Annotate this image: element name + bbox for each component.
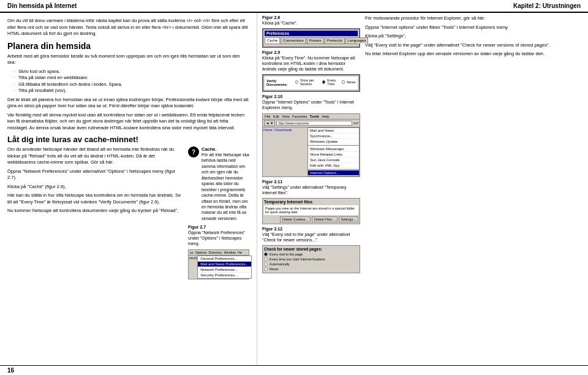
verify-label: Verify Documents: [266, 79, 293, 86]
ns-item-general: General Preferences... [198, 256, 251, 262]
section1-body1: Arbetet med att göra hemsidor består av … [7, 53, 249, 66]
ie-menu-help: Help [322, 115, 329, 118]
address-suffix: m? [353, 121, 358, 125]
check-option-2: Every time you start Internet Explorer [264, 257, 358, 261]
sidebar-text: För att inte Netscape ska behöva ladda n… [202, 152, 249, 221]
ie-menu-file: File [265, 115, 271, 118]
ns-item-security: Security Preferences... [198, 273, 251, 278]
tab-proxies[interactable]: Proxies [307, 37, 324, 44]
page-number: 16 [0, 365, 588, 375]
ie-address: http://www.macrome [276, 121, 352, 126]
ie-separator1 [308, 145, 359, 146]
radio-once [295, 80, 298, 84]
ns-item-mail: Mail and News Preferences... [198, 262, 251, 267]
radio-every [322, 80, 325, 84]
page-header: Din hemsida på Internet Kapitel 2: Utrus… [0, 0, 588, 13]
bullet-list: Skriv kod och spara. Titta på sidan med … [13, 69, 249, 94]
check-option-1: Every visit to the page [264, 252, 358, 256]
section2-body1: Om du använder Netscape händer det iblan… [7, 146, 184, 166]
option-every: Every Time [327, 78, 340, 86]
right-main: För motsvarande procedur för Internet Ex… [365, 15, 583, 363]
tab-connections[interactable]: Connections [281, 37, 306, 44]
ns-menubar: xs Options Directory Window He [189, 250, 249, 256]
fig212-container: Figur 2.12 Välj "Every visit to the page… [262, 227, 360, 273]
ie-mail-news: Mail and News [308, 128, 359, 134]
section2-body2: Öppna "Network Preferences" under altern… [7, 169, 184, 181]
ns-dropdown: General Preferences... Mail and News Pre… [197, 256, 251, 279]
ns-menu-directory: Directory [208, 251, 222, 254]
right-text-step3: Välj "Every visit to the page" under alt… [365, 42, 583, 49]
ns-item-network: Network Preferences... [198, 267, 251, 273]
ie-toolbar: ◄ ▼ http://www.macrome m? [263, 119, 360, 127]
opt-everyvisit: Every visit to the page [270, 252, 303, 256]
fig211-dialog: Temporary Internet files Pages you view … [262, 198, 360, 224]
ie-windows-update: Windows Update [308, 139, 359, 145]
right-column: Figur 2.8 Klicka på "Cache". Preferences… [257, 13, 588, 365]
ie-synchronize: Synchronize... [308, 134, 359, 139]
fig212-label: Figur 2.12 [262, 227, 360, 231]
tab-cache[interactable]: Cache [265, 37, 280, 44]
radio-everystart [264, 257, 268, 261]
section1-title: Planera din hemsida [7, 41, 249, 51]
ie-menu-view: View [282, 115, 290, 118]
fig28-label: Figur 2.8 [262, 15, 360, 20]
ns-menu-xs: xs [190, 251, 194, 254]
ie-menu-edit: Edit [273, 115, 279, 118]
ns-menu-window: Window [224, 251, 236, 254]
radio-auto [264, 262, 268, 266]
fig28-dialog: Preferences Cache Connections Proxies Pr… [262, 28, 360, 48]
pref-tabs: Cache Connections Proxies Protocols Lang… [265, 37, 358, 44]
intro-text: Om du vill bli ännu varmare i kläderna i… [7, 18, 249, 37]
ns-menu-options: Options [195, 251, 207, 254]
temp-body: Pages you view on the Internet are store… [264, 205, 358, 215]
right-text-intro: För motsvarande procedur för Internet Ex… [365, 15, 583, 22]
fig27-caption: Öppna "Network Preferences" under "Optio… [188, 230, 249, 246]
option-once: Once per Session [300, 78, 320, 86]
ie-menubar: File Edit View Favorites Tools Help [263, 114, 360, 119]
settings-btn[interactable]: Settings... [339, 216, 358, 222]
section2-body3: Klicka på "Cache" (figur 2.8). [7, 184, 184, 191]
fig27-window: xs Options Directory Window He om/d Gene… [188, 249, 249, 279]
left-column: Om du vill bli ännu varmare i kläderna i… [0, 13, 257, 365]
temp-title: Temporary Internet files [264, 200, 358, 204]
temp-buttons: Delete Cookies... Delete Files... Settin… [264, 216, 358, 222]
check-option-3: Automatically [264, 262, 358, 266]
section2-body5: Nu kommer Netscape att kontrollera dokum… [7, 208, 184, 214]
radio-everyvisit [264, 252, 268, 256]
ie-java: Sun Java Console [308, 157, 359, 163]
ie-messenger: Windows Messenger [308, 146, 359, 152]
radio-never [342, 80, 345, 84]
opt-everystart: Every time you start Internet Explorer [270, 257, 325, 261]
ie-options[interactable]: Internet Options... [308, 170, 359, 176]
fig29-container: Figur 2.9 Klicka på "Every Time". Nu kom… [262, 50, 360, 92]
back-button[interactable]: ◄ ▼ [264, 120, 275, 126]
bullet-item-1: Skriv kod och spara. [13, 69, 249, 75]
section2-body4: Här kan du ställa in hur ofta Netscape s… [7, 192, 184, 205]
content-area: Om du vill bli ännu varmare i kläderna i… [0, 13, 588, 365]
section2-title: Låt dig inte luras av cache-minnet! [7, 135, 249, 144]
tab-protocols[interactable]: Protocols [325, 37, 345, 44]
home-label: Home / Downloads [263, 128, 307, 132]
fig212-caption: Välj "Every visit to the page" under alt… [262, 232, 360, 243]
fig29-caption: Klicka på "Every Time". Nu kommer Netsca… [262, 55, 360, 72]
bullet-item-3: Gå tillbaka till texteditorn och ändra i… [13, 81, 249, 88]
fig27-label: Figur 2.7 [188, 225, 249, 229]
fig210-label: Figur 2.10 [262, 94, 360, 99]
ie-xml: Edit with XML Spy [308, 163, 359, 169]
section1-body3: Var försiktig med att skriva mycket kod … [7, 112, 249, 132]
ie-content: Home / Downloads Mail and News Synchroni… [263, 127, 360, 176]
header-left: Din hemsida på Internet [7, 2, 77, 9]
delete-files-btn[interactable]: Delete Files... [312, 216, 337, 222]
bullet-item-2: Titta på sidan med en webbläsare. [13, 75, 249, 81]
page-container: Din hemsida på Internet Kapitel 2: Utrus… [0, 0, 588, 375]
fig212-dialog: Check for newer stored pages: Every visi… [262, 245, 360, 273]
fig211-caption: Välj "Settings" under alternativet "Temp… [262, 184, 360, 195]
ie-page-area: Home / Downloads [263, 127, 307, 176]
right-text-step2: Klicka på "Settings". [365, 33, 583, 40]
section1-body2: Det är klokt att planera hur hemsidan sk… [7, 97, 249, 110]
fig29-label: Figur 2.9 [262, 50, 360, 55]
ns-menu-he: He [238, 251, 242, 254]
fig211-label: Figur 2.11 [262, 180, 360, 184]
delete-cookies-btn[interactable]: Delete Cookies... [280, 216, 311, 222]
option-never: Never [347, 80, 356, 84]
